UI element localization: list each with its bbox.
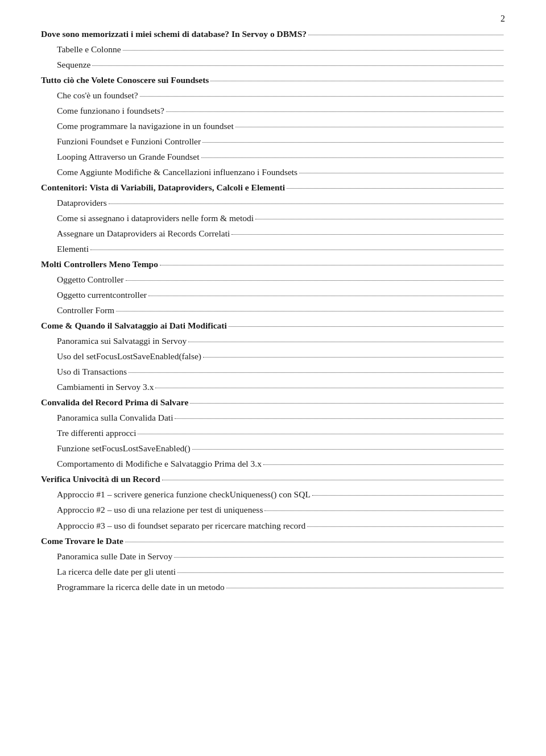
toc-dots — [175, 418, 503, 419]
toc-label: Cambiamenti in Servoy 3.x — [41, 380, 154, 394]
toc-label: Sequenze — [41, 58, 90, 72]
toc-entry: Come programmare la navigazione in un fo… — [41, 119, 505, 133]
toc-entry: Programmare la ricerca delle date in un … — [41, 580, 505, 594]
toc-label: Approccio #3 – uso di foundset separato … — [41, 519, 305, 533]
toc-entry: Panoramica sulle Date in Servoy — [41, 550, 505, 563]
toc-dots — [162, 480, 503, 480]
toc-label: Oggetto Controller — [41, 273, 124, 286]
toc-label: Uso del setFocusLostSaveEnabled(false) — [41, 350, 201, 363]
toc-entry: Dataproviders — [41, 196, 505, 210]
toc-dots — [140, 96, 503, 97]
toc-entry: Cambiamenti in Servoy 3.x — [41, 380, 505, 394]
toc-entry: Oggetto Controller — [41, 273, 505, 286]
toc-label: Molti Controllers Meno Tempo — [41, 257, 158, 271]
toc-entry: Come si assegnano i dataproviders nelle … — [41, 211, 505, 225]
page-container: 2 Dove sono memorizzati i miei schemi di… — [0, 0, 546, 756]
toc-entry: Verifica Univocità di un Record — [41, 472, 505, 486]
toc-label: Come funzionano i foundsets? — [41, 104, 164, 118]
toc-dots — [235, 127, 503, 127]
toc-entry: Looping Attraverso un Grande Foundset — [41, 150, 505, 164]
toc-dots — [308, 35, 503, 35]
toc-entry: Come Trovare le Date — [41, 534, 505, 548]
toc-entry: Come Aggiunte Modifiche & Cancellazioni … — [41, 165, 505, 179]
toc-label: Panoramica sui Salvataggi in Servoy — [41, 334, 187, 348]
toc-list: Dove sono memorizzati i miei schemi di d… — [41, 27, 505, 594]
toc-label: Assegnare un Dataproviders ai Records Co… — [41, 227, 230, 240]
toc-label: Panoramica sulla Convalida Dati — [41, 411, 173, 425]
toc-label: La ricerca delle date per gli utenti — [41, 565, 176, 579]
toc-label: Come Trovare le Date — [41, 534, 123, 548]
toc-entry: Molti Controllers Meno Tempo — [41, 257, 505, 271]
toc-label: Tre differenti approcci — [41, 426, 136, 440]
toc-entry: Approccio #3 – uso di foundset separato … — [41, 519, 505, 533]
toc-dots — [226, 588, 503, 588]
toc-dots — [109, 203, 503, 204]
toc-label: Come & Quando il Salvataggio ai Dati Mod… — [41, 319, 227, 333]
toc-label: Tabelle e Colonne — [41, 43, 121, 56]
toc-dots — [177, 572, 503, 573]
toc-entry: Elementi — [41, 242, 505, 256]
toc-entry: Come funzionano i foundsets? — [41, 104, 505, 118]
toc-entry: Comportamento di Modifiche e Salvataggio… — [41, 457, 505, 471]
toc-label: Oggetto currentcontroller — [41, 288, 147, 302]
toc-dots — [192, 449, 503, 450]
toc-dots — [231, 234, 503, 235]
toc-label: Programmare la ricerca delle date in un … — [41, 580, 225, 594]
toc-label: Dove sono memorizzati i miei schemi di d… — [41, 27, 307, 41]
toc-dots — [190, 403, 503, 404]
toc-label: Panoramica sulle Date in Servoy — [41, 550, 172, 563]
toc-dots — [160, 265, 503, 265]
toc-label: Tutto ciò che Volete Conoscere sui Found… — [41, 73, 209, 87]
toc-entry: Approccio #1 – scrivere generica funzion… — [41, 488, 505, 501]
toc-entry: Uso del setFocusLostSaveEnabled(false) — [41, 350, 505, 363]
toc-dots — [229, 326, 503, 327]
toc-label: Contenitori: Vista di Variabili, Datapro… — [41, 181, 285, 194]
toc-label: Come si assegnano i dataproviders nelle … — [41, 211, 254, 225]
toc-dots — [210, 81, 503, 81]
toc-dots — [202, 142, 503, 143]
toc-entry: Sequenze — [41, 58, 505, 72]
toc-entry: Dove sono memorizzati i miei schemi di d… — [41, 27, 505, 41]
toc-dots — [299, 173, 503, 173]
toc-label: Approccio #1 – scrivere generica funzion… — [41, 488, 311, 501]
toc-label: Elementi — [41, 242, 89, 256]
toc-dots — [123, 50, 503, 51]
toc-dots — [155, 388, 503, 388]
toc-entry: Come & Quando il Salvataggio ai Dati Mod… — [41, 319, 505, 333]
toc-label: Come Aggiunte Modifiche & Cancellazioni … — [41, 165, 297, 179]
toc-entry: Controller Form — [41, 304, 505, 317]
toc-label: Approccio #2 – uso di una relazione per … — [41, 503, 263, 517]
toc-entry: Tre differenti approcci — [41, 426, 505, 440]
toc-entry: Contenitori: Vista di Variabili, Datapro… — [41, 181, 505, 194]
page-number: 2 — [500, 14, 505, 24]
toc-entry: Tabelle e Colonne — [41, 43, 505, 56]
toc-dots — [312, 495, 503, 496]
toc-dots — [90, 250, 503, 250]
toc-dots — [201, 157, 503, 158]
toc-entry: La ricerca delle date per gli utenti — [41, 565, 505, 579]
toc-label: Come programmare la navigazione in un fo… — [41, 119, 234, 133]
toc-dots — [264, 510, 503, 511]
toc-dots — [203, 357, 503, 358]
toc-entry: Tutto ciò che Volete Conoscere sui Found… — [41, 73, 505, 87]
toc-dots — [129, 372, 503, 373]
toc-entry: Uso di Transactions — [41, 365, 505, 379]
toc-label: Verifica Univocità di un Record — [41, 472, 160, 486]
toc-label: Controller Form — [41, 304, 114, 317]
toc-dots — [138, 434, 503, 434]
toc-entry: Che cos'è un foundset? — [41, 89, 505, 102]
toc-dots — [92, 65, 503, 66]
toc-dots — [263, 464, 503, 465]
toc-dots — [126, 280, 503, 281]
toc-entry: Oggetto currentcontroller — [41, 288, 505, 302]
toc-entry: Assegnare un Dataproviders ai Records Co… — [41, 227, 505, 240]
toc-label: Uso di Transactions — [41, 365, 127, 379]
toc-entry: Approccio #2 – uso di una relazione per … — [41, 503, 505, 517]
toc-dots — [148, 296, 503, 296]
toc-label: Comportamento di Modifiche e Salvataggio… — [41, 457, 262, 471]
toc-dots — [188, 342, 503, 342]
toc-entry: Funzioni Foundset e Funzioni Controller — [41, 135, 505, 148]
toc-label: Dataproviders — [41, 196, 107, 210]
toc-label: Looping Attraverso un Grande Foundset — [41, 150, 200, 164]
toc-label: Che cos'è un foundset? — [41, 89, 138, 102]
